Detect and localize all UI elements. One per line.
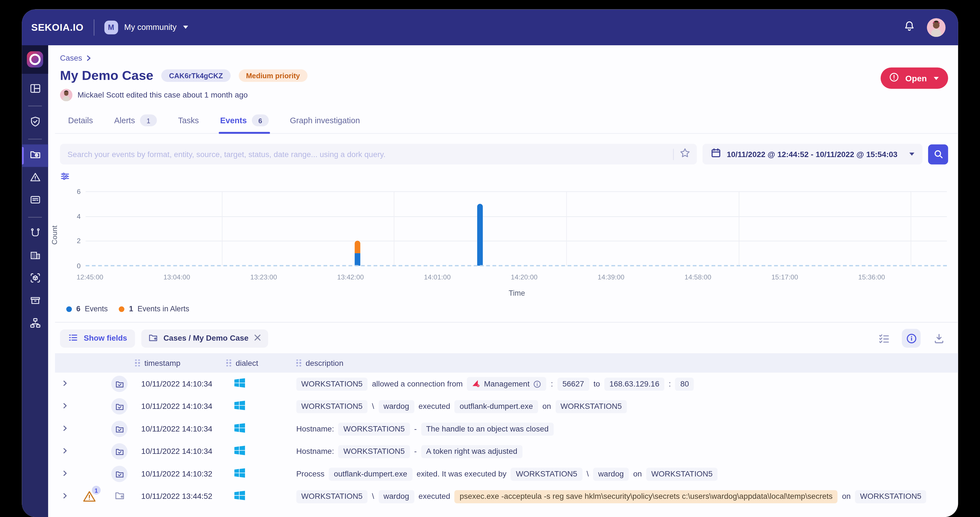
entity-logo-icon [472,379,480,389]
value-chip[interactable]: outflank-dumpert.exe [329,467,412,480]
drag-handle-icon[interactable] [296,359,301,367]
value-chip[interactable]: 56627 [557,377,589,390]
column-header-description[interactable]: description [296,359,958,367]
value-chip[interactable]: WORKSTATION5 [855,490,926,503]
event-row[interactable]: 10/11/2022 14:10:32Processoutflank-dumpe… [55,463,958,485]
case-filter-chip[interactable]: Cases / My Demo Case [142,329,268,347]
folder-check-icon[interactable] [111,421,127,437]
info-icon[interactable] [533,380,541,388]
tab-graph-investigation[interactable]: Graph investigation [289,112,361,133]
gridline [86,191,947,192]
description-text: executed [418,402,450,411]
gridline [911,191,911,266]
event-row[interactable]: 10/11/2022 14:10:34Hostname:WORKSTATION5… [55,418,958,440]
expand-chevron-icon[interactable] [61,401,69,412]
sidebar-item-playbooks[interactable] [22,222,48,245]
y-axis-label: Count [51,225,58,244]
breadcrumb[interactable]: Cases [60,54,948,62]
value-chip[interactable]: wardog [593,467,629,480]
value-chip[interactable]: The handle to an object was closed [421,422,554,436]
value-chip[interactable]: WORKSTATION5 [555,400,627,413]
drag-handle-icon[interactable] [226,359,231,367]
select-columns-icon[interactable] [874,329,893,348]
search-button[interactable] [928,144,948,164]
column-header-dialect[interactable]: dialect [226,359,296,367]
folder-check-icon[interactable] [111,466,127,482]
plot-area: 6420 [86,191,947,266]
tab-details[interactable]: Details [67,112,94,133]
expand-chevron-icon[interactable] [61,446,69,457]
expand-chevron-icon[interactable] [61,491,69,502]
case-status-button[interactable]: Open [881,68,948,89]
folder-check-icon[interactable] [111,376,127,392]
show-fields-button[interactable]: Show fields [60,329,135,347]
value-chip[interactable]: WORKSTATION5 [296,377,368,390]
community-name[interactable]: My community [124,22,177,32]
expand-chevron-icon[interactable] [61,423,69,434]
tab-events[interactable]: Events6 [219,112,270,133]
app-logo[interactable] [22,45,48,74]
folder-check-icon[interactable] [111,398,127,415]
sidebar-item-rules[interactable] [22,190,48,212]
drag-handle-icon[interactable] [135,359,140,367]
sidebar-item-cases[interactable] [22,145,48,167]
search-input[interactable] [66,149,667,159]
expand-chevron-icon[interactable] [61,468,69,480]
stage: SEKOIA.IO M My community [0,0,980,517]
sidebar-item-alerts[interactable] [22,167,48,190]
date-range-picker[interactable]: 10/11/2022 @ 12:44:52 - 10/11/2022 @ 15:… [702,144,923,164]
community-avatar[interactable]: M [104,21,118,34]
expand-chevron-icon[interactable] [61,378,69,389]
folder-check-icon[interactable] [111,443,127,460]
user-avatar[interactable] [927,18,946,37]
value-chip[interactable]: A token right was adjusted [421,445,522,458]
community-caret-icon[interactable] [183,26,188,29]
entity-chip[interactable]: Management [467,377,546,391]
value-chip[interactable]: wardog [379,400,414,413]
date-range-text: 10/11/2022 @ 12:44:52 - 10/11/2022 @ 15:… [727,150,897,158]
sidebar-item-architecture[interactable] [22,313,48,335]
download-icon[interactable] [929,329,948,348]
folder-add-icon[interactable] [114,490,125,503]
tab-alerts[interactable]: Alerts1 [113,112,158,133]
sidebar-item-shield[interactable] [22,111,48,134]
value-chip[interactable]: WORKSTATION5 [296,490,368,503]
notifications-bell-icon[interactable] [903,19,916,35]
event-description: WORKSTATION5\wardogexecutedoutflank-dump… [296,400,958,413]
tab-tasks[interactable]: Tasks [177,112,200,133]
value-chip[interactable]: WORKSTATION5 [338,445,410,458]
event-row[interactable]: 10/11/2022 14:10:34WORKSTATION5\wardogex… [55,395,958,418]
value-chip[interactable]: 80 [675,377,694,390]
info-toggle-icon[interactable] [902,329,921,348]
sidebar-item-sandbox[interactable] [22,268,48,290]
tab-label: Tasks [178,116,199,125]
value-chip[interactable]: outflank-dumpert.exe [455,400,538,413]
description-text: \ [372,492,374,501]
x-tick-label: 13:23:00 [250,273,277,281]
chart-settings-icon[interactable] [60,171,948,184]
description-text: on [633,469,642,478]
alert-warning-icon[interactable]: 1 [83,490,96,503]
event-row[interactable]: 10/11/2022 14:10:34WORKSTATION5allowed a… [55,372,958,395]
event-row[interactable]: 110/11/2022 13:44:52WORKSTATION5\wardoge… [55,485,958,508]
value-chip[interactable]: WORKSTATION5 [338,422,410,436]
chart-bar [477,204,483,266]
value-chip[interactable]: 168.63.129.16 [604,377,664,390]
sidebar-item-archive[interactable] [22,290,48,313]
legend-item: 6Events [66,305,108,313]
remove-filter-icon[interactable] [253,333,261,343]
value-chip[interactable]: WORKSTATION5 [296,400,368,413]
event-row[interactable]: 10/11/2022 14:10:34Hostname:WORKSTATION5… [55,440,958,463]
events-search-box[interactable] [60,144,697,164]
highlighted-command-chip[interactable]: psexec.exe -accepteula -s reg save hklm\… [455,490,837,503]
favorite-star-icon[interactable] [679,147,690,161]
sidebar-item-assets[interactable] [22,245,48,268]
breadcrumb-label[interactable]: Cases [60,54,82,62]
sidebar-item-dashboard[interactable] [22,78,48,101]
value-chip[interactable]: wardog [379,490,414,503]
tab-label: Alerts [114,116,135,125]
value-chip[interactable]: WORKSTATION5 [646,467,718,480]
column-header-timestamp[interactable]: timestamp [135,359,226,367]
status-label: Open [905,73,927,83]
value-chip[interactable]: WORKSTATION5 [511,467,582,480]
